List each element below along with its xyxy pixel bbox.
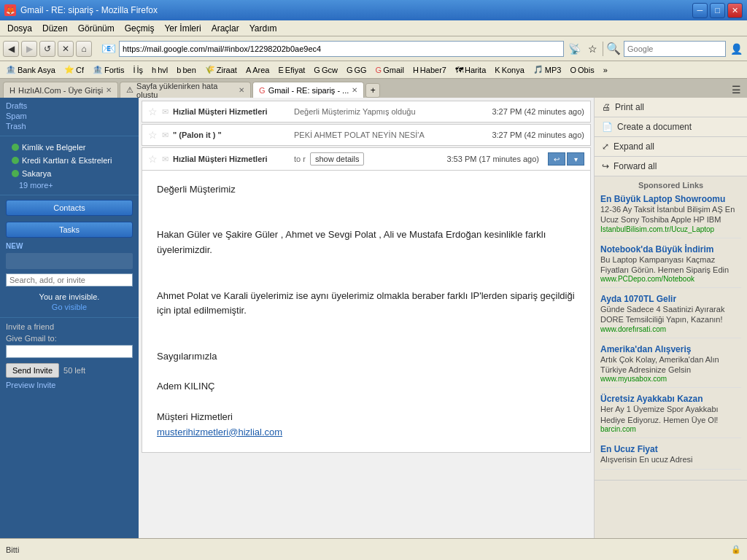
- create-document-button[interactable]: 📄 Create a document: [595, 117, 747, 137]
- maximize-button[interactable]: □: [710, 3, 725, 18]
- tab-close-icon[interactable]: ✕: [106, 86, 112, 94]
- sidebar-spam[interactable]: Spam: [6, 111, 133, 121]
- bookmark-cf[interactable]: ⭐Cf: [61, 63, 87, 76]
- sidebar-sakarya-label: Sakarya: [22, 169, 51, 178]
- ad-title-2[interactable]: Ayda 1070TL Gelir: [600, 294, 741, 304]
- menu-yerimleri[interactable]: Yer İmleri: [160, 22, 205, 35]
- more-button[interactable]: ▾: [567, 152, 584, 166]
- sidebar: Drafts Spam Trash Kimlik ve Belgeler Kre…: [0, 98, 139, 538]
- bookmark-konya[interactable]: KKonya: [492, 64, 527, 76]
- star-icon-2[interactable]: ☆: [148, 129, 158, 141]
- menu-gecmis[interactable]: Geçmiş: [120, 22, 159, 35]
- tasks-button[interactable]: Tasks: [6, 222, 133, 238]
- time-1: 3:27 PM (42 minutes ago): [492, 107, 584, 116]
- sidebar-more-labels[interactable]: 19 more+: [6, 180, 133, 190]
- tab-options-icon[interactable]: ☰: [728, 82, 744, 98]
- invites-left: 50 left: [63, 366, 85, 375]
- address-bar[interactable]: [119, 41, 564, 57]
- star-icon-1[interactable]: ☆: [148, 106, 158, 117]
- ad-url-0[interactable]: IstanbulBilisim.com.tr/Ucuz_Laptop: [600, 225, 741, 233]
- window-icon: 🦊: [4, 4, 16, 16]
- bookmark-haber7[interactable]: HHaber7: [410, 64, 449, 76]
- menu-yardim[interactable]: Yardım: [245, 22, 282, 35]
- print-all-button[interactable]: 🖨 Print all: [595, 98, 747, 117]
- email-row-2[interactable]: ☆ ✉ " (Palon it ) " PEKİ AHMET POLAT NEY…: [142, 124, 591, 146]
- go-visible-link[interactable]: Go visible: [6, 301, 133, 313]
- give-gmail-input[interactable]: [6, 345, 133, 358]
- sidebar-kimlik[interactable]: Kimlik ve Belgeler: [6, 141, 133, 154]
- preview-invite-link[interactable]: Preview Invite: [6, 381, 133, 389]
- email-row-1[interactable]: ☆ ✉ Hızlial Müşteri Hizmetleri Değerli M…: [142, 101, 591, 122]
- close-button[interactable]: ✕: [727, 3, 743, 18]
- send-invite-button[interactable]: Send Invite: [6, 363, 59, 378]
- expand-all-button[interactable]: ⤢ Expand all: [595, 137, 747, 157]
- snippet-1: Değerli Müşterimiz Yapmış olduğu: [294, 107, 487, 116]
- tab-gmail[interactable]: G Gmail - RE: sipariş - ... ✕: [252, 82, 364, 98]
- bookmark-ben[interactable]: bben: [174, 64, 198, 76]
- tab-hizliai[interactable]: H HızlıAI.Com - Üye Girişi ✕: [3, 82, 118, 98]
- bookmark-area[interactable]: AAreа: [243, 64, 273, 76]
- bookmark-bank-asya[interactable]: 🏦Bank Asya: [3, 63, 58, 76]
- contacts-button[interactable]: Contacts: [6, 200, 133, 216]
- sidebar-kredi[interactable]: Kredi Kartları & Ekstreleri: [6, 154, 133, 167]
- bookmark-gmail[interactable]: GGmail: [373, 64, 407, 76]
- invisible-status: You are invisible. Go visible: [0, 289, 139, 316]
- email-area: ☆ ✉ Hızlial Müşteri Hizmetleri Değerli M…: [139, 98, 594, 538]
- sidebar-kimlik-label: Kimlik ve Belgeler: [22, 143, 85, 152]
- ad-url-2[interactable]: www.dorefırsati.com: [600, 325, 741, 333]
- email-expanded-header[interactable]: ☆ ✉ Hızlial Müşteri Hizmetleri to r show…: [142, 147, 591, 170]
- ad-title-0[interactable]: En Büyük Laptop Showroomu: [600, 194, 741, 204]
- ad-body-2: Günde Sadece 4 Saatinizi Ayırarak DORE T…: [600, 304, 741, 325]
- ad-url-4[interactable]: barcin.com: [600, 425, 741, 433]
- back-button[interactable]: ◀: [3, 41, 19, 57]
- ad-title-1[interactable]: Notebook'da Büyük İndirim: [600, 244, 741, 254]
- invisible-text: You are invisible.: [6, 292, 133, 301]
- bookmark-gg[interactable]: GGG: [344, 64, 370, 76]
- sidebar-trash[interactable]: Trash: [6, 121, 133, 131]
- tab-icon: H: [9, 86, 15, 95]
- star-icon-3[interactable]: ☆: [148, 153, 158, 165]
- menu-dosya[interactable]: Dosya: [3, 22, 36, 35]
- stop-button[interactable]: ✕: [58, 41, 74, 57]
- search-add-invite-input[interactable]: [6, 273, 133, 287]
- ad-url-3[interactable]: www.myusabox.com: [600, 375, 741, 383]
- new-tab-button[interactable]: +: [365, 83, 380, 98]
- user-icon[interactable]: 👤: [728, 41, 744, 57]
- home-button[interactable]: ⌂: [76, 41, 92, 57]
- tab-close-icon[interactable]: ✕: [352, 86, 357, 94]
- menu-gorunum[interactable]: Görünüm: [74, 22, 119, 35]
- rss-icon[interactable]: 📡: [566, 41, 582, 57]
- refresh-button[interactable]: ↺: [39, 41, 55, 57]
- sidebar-sakarya[interactable]: Sakarya: [6, 167, 133, 180]
- menu-araclar[interactable]: Araçlar: [207, 22, 244, 35]
- ad-title-5[interactable]: En Ucuz Fiyat: [600, 444, 741, 454]
- body-email-link[interactable]: musterihizmetleri@hizlial.com: [157, 427, 282, 438]
- minimize-button[interactable]: ─: [692, 3, 708, 18]
- sidebar-drafts[interactable]: Drafts: [6, 101, 133, 111]
- bookmark-harita[interactable]: 🗺Harita: [452, 64, 489, 76]
- ad-url-1[interactable]: www.PCDepo.com/Notebook: [600, 275, 741, 283]
- bookmark-fortis[interactable]: 🏦Fortis: [90, 63, 128, 76]
- bookmark-ziraat[interactable]: 🌾Ziraat: [202, 63, 240, 76]
- search-bar[interactable]: [624, 41, 726, 57]
- ad-title-3[interactable]: Amerika'dan Alışveriş: [600, 344, 741, 354]
- menu-duzen[interactable]: Düzen: [38, 22, 72, 35]
- bookmark-mp3[interactable]: 🎵MP3: [530, 63, 565, 76]
- tab-error[interactable]: ⚠ Sayfa yüklenirken hata oluştu ✕: [120, 82, 251, 98]
- bookmark-obis[interactable]: OObis: [567, 64, 597, 76]
- forward-button[interactable]: ▶: [21, 41, 37, 57]
- bookmark-hvl[interactable]: hhvl: [149, 64, 171, 76]
- bookmark-efiyat[interactable]: EEfiyat: [276, 64, 309, 76]
- bookmark-is[interactable]: İİş: [130, 64, 146, 76]
- reply-button[interactable]: ↩: [548, 152, 565, 166]
- tab-close-icon[interactable]: ✕: [239, 86, 244, 94]
- forward-all-button[interactable]: ↪ Forward all: [595, 157, 747, 176]
- email-body: Değerli Müşterimiz Hakan Güler ve Şakire…: [142, 170, 591, 453]
- bookmark-more[interactable]: »: [600, 64, 611, 76]
- bookmark-star-icon[interactable]: ☆: [584, 41, 600, 57]
- tabs-bar: H HızlıAI.Com - Üye Girişi ✕ ⚠ Sayfa yük…: [0, 79, 747, 98]
- ad-title-4[interactable]: Ücretsiz Ayakkabı Kazan: [600, 394, 741, 404]
- bookmark-gcw[interactable]: GGcw: [311, 64, 341, 76]
- show-details-button[interactable]: show details: [310, 152, 365, 166]
- tab-label: Gmail - RE: sipariş - ...: [268, 86, 349, 95]
